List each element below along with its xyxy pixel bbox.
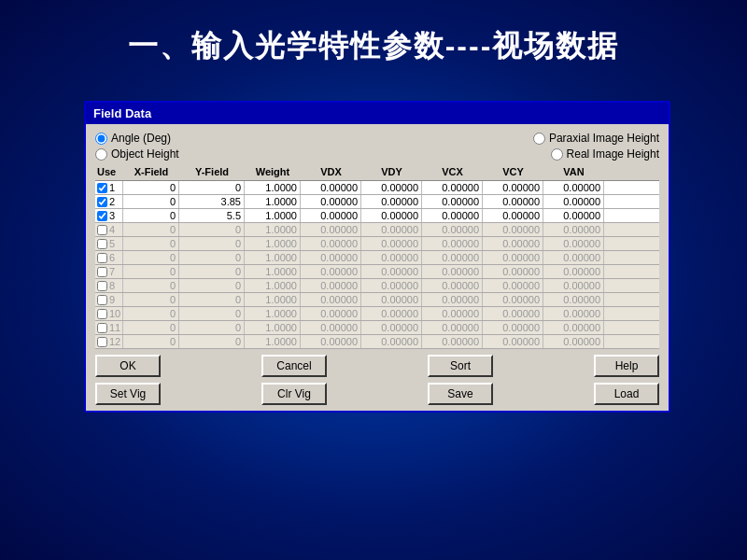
data-cell: 0.00000: [543, 321, 604, 334]
data-cell: 1.0000: [245, 279, 301, 292]
row-checkbox-10[interactable]: [97, 309, 107, 319]
row-checkbox-5[interactable]: [97, 239, 107, 249]
table-row: 5001.00000.000000.000000.000000.000000.0…: [95, 237, 659, 251]
table-row: 12001.00000.000000.000000.000000.000000.…: [95, 335, 659, 349]
buttons-row1: OK Cancel Sort Help: [95, 355, 659, 377]
col-van: VAN: [543, 165, 604, 178]
data-cell: 0.00000: [422, 307, 483, 320]
data-cell: 0.00000: [361, 265, 422, 278]
data-cell: 1.0000: [245, 307, 301, 320]
help-button[interactable]: Help: [594, 355, 659, 377]
col-vdx: VDX: [301, 165, 361, 178]
data-cell: 0.00000: [361, 223, 422, 236]
use-cell[interactable]: 12: [95, 335, 123, 348]
object-height-label: Object Height: [111, 147, 179, 161]
table-row: 305.51.00000.000000.000000.000000.000000…: [95, 209, 659, 223]
row-checkbox-8[interactable]: [97, 281, 107, 291]
data-cell: 0.00000: [422, 209, 483, 222]
col-vcx: VCX: [422, 165, 483, 178]
row-num: 1: [109, 182, 115, 193]
data-cell: 0.00000: [543, 335, 604, 348]
row-checkbox-9[interactable]: [97, 295, 107, 305]
data-cell: 0.00000: [543, 307, 604, 320]
data-cell: 0: [123, 237, 179, 250]
data-cell: 0.00000: [361, 321, 422, 334]
set-vig-button[interactable]: Set Vig: [95, 383, 161, 405]
data-cell: 1.0000: [245, 321, 301, 334]
row-checkbox-2[interactable]: [97, 197, 107, 207]
row-checkbox-3[interactable]: [97, 211, 107, 221]
data-cell: 0: [179, 223, 245, 236]
data-cell: 0: [179, 265, 245, 278]
data-cell: 1.0000: [245, 223, 301, 236]
use-cell[interactable]: 1: [95, 181, 123, 194]
data-cell: 0.00000: [483, 237, 543, 250]
use-cell[interactable]: 2: [95, 195, 123, 208]
data-cell: 0.00000: [543, 251, 604, 264]
real-image-height-radio[interactable]: [551, 148, 563, 161]
use-cell[interactable]: 11: [95, 321, 123, 334]
use-cell[interactable]: 9: [95, 293, 123, 306]
use-cell[interactable]: 10: [95, 307, 123, 320]
data-cell: 0.00000: [543, 181, 604, 194]
data-cell: 1.0000: [245, 251, 301, 264]
row-num: 7: [109, 266, 115, 277]
object-height-radio[interactable]: [95, 148, 107, 161]
field-data-dialog: Field Data Angle (Deg) Paraxial Image He…: [84, 101, 670, 413]
data-cell: 0.00000: [543, 279, 604, 292]
data-cell: 0.00000: [361, 293, 422, 306]
data-cell: 0.00000: [361, 279, 422, 292]
col-xfield: X-Field: [123, 165, 179, 178]
data-cell: 0.00000: [483, 251, 543, 264]
data-cell: 0.00000: [301, 223, 361, 236]
data-cell: 0: [123, 307, 179, 320]
data-cell: 0: [123, 293, 179, 306]
data-cell: 0.00000: [422, 293, 483, 306]
data-cell: 0.00000: [483, 223, 543, 236]
row-checkbox-6[interactable]: [97, 253, 107, 263]
angle-deg-radio[interactable]: [95, 133, 107, 145]
use-cell[interactable]: 3: [95, 209, 123, 222]
data-cell: 0: [123, 223, 179, 236]
data-cell: 0.00000: [483, 279, 543, 292]
data-cell: 0: [179, 307, 245, 320]
real-image-height-label: Real Image Height: [567, 147, 659, 161]
data-cell: 0.00000: [483, 321, 543, 334]
use-cell[interactable]: 7: [95, 265, 123, 278]
data-cell: 1.0000: [245, 195, 301, 208]
data-cell: 0.00000: [483, 307, 543, 320]
ok-button[interactable]: OK: [95, 355, 161, 377]
use-cell[interactable]: 8: [95, 279, 123, 292]
angle-deg-label: Angle (Deg): [111, 132, 171, 145]
use-cell[interactable]: 5: [95, 237, 123, 250]
cancel-button[interactable]: Cancel: [261, 355, 327, 377]
page-title: 一、输入光学特性参数----视场数据: [0, 0, 747, 78]
use-cell[interactable]: 4: [95, 223, 123, 236]
data-cell: 0: [179, 237, 245, 250]
data-cell: 0.00000: [422, 181, 483, 194]
data-cell: 0: [123, 195, 179, 208]
data-cell: 0.00000: [422, 223, 483, 236]
data-cell: 0.00000: [422, 321, 483, 334]
data-cell: 0.00000: [422, 251, 483, 264]
data-cell: 1.0000: [245, 335, 301, 348]
clr-vig-button[interactable]: Clr Vig: [261, 383, 327, 405]
row-checkbox-11[interactable]: [97, 323, 107, 333]
data-cell: 0: [179, 279, 245, 292]
data-cell: 0.00000: [361, 251, 422, 264]
data-cell: 0.00000: [483, 195, 543, 208]
row-checkbox-7[interactable]: [97, 267, 107, 277]
paraxial-image-height-radio[interactable]: [533, 133, 545, 145]
use-cell[interactable]: 6: [95, 251, 123, 264]
row-checkbox-12[interactable]: [97, 337, 107, 347]
load-button[interactable]: Load: [594, 383, 659, 405]
data-cell: 0.00000: [422, 279, 483, 292]
data-cell: 0: [179, 181, 245, 194]
save-button[interactable]: Save: [428, 383, 493, 405]
row-checkbox-1[interactable]: [97, 183, 107, 193]
row-checkbox-4[interactable]: [97, 225, 107, 235]
data-cell: 0.00000: [301, 321, 361, 334]
col-vdy: VDY: [361, 165, 422, 178]
data-cell: 0.00000: [483, 181, 543, 194]
sort-button[interactable]: Sort: [428, 355, 493, 377]
